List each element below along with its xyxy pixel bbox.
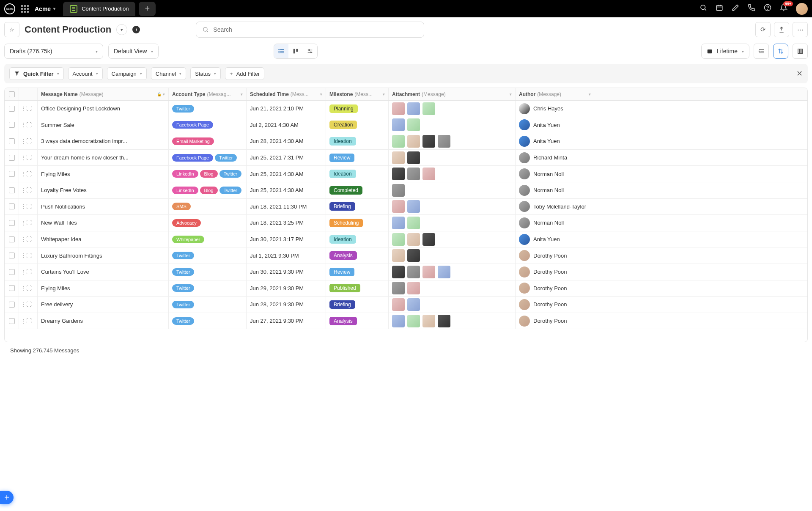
row-checkbox[interactable] [9,318,15,324]
attachment-thumb[interactable] [407,282,420,294]
attachment-thumb[interactable] [407,118,420,131]
expand-icon[interactable]: ⛶ [26,187,32,193]
title-dropdown[interactable]: ▾ [116,24,127,35]
message-name[interactable]: New Wall Tiles [41,220,77,226]
milestone-badge[interactable]: Analysis [329,251,357,260]
expand-icon[interactable]: ⛶ [26,122,32,128]
expand-icon[interactable]: ⛶ [26,236,32,242]
attachment-thumb[interactable] [438,266,450,278]
attachment-thumb[interactable] [407,168,420,180]
attachment-thumb[interactable] [407,266,420,278]
row-checkbox[interactable] [9,203,15,209]
search-icon[interactable] [700,4,707,14]
message-name[interactable]: Flying Miles [41,285,70,291]
favorite-button[interactable]: ☆ [4,22,19,37]
milestone-badge[interactable]: Review [329,268,354,276]
sort-button[interactable] [773,44,788,59]
row-menu-button[interactable]: ⋮ [20,105,26,112]
filter-channel[interactable]: Channel▾ [151,67,186,80]
attachment-thumb[interactable] [407,315,420,327]
search-input[interactable] [213,26,418,33]
author-cell[interactable]: Toby Mclelland-Taylor [519,201,586,212]
org-logo[interactable]: ACME [4,3,15,14]
refresh-button[interactable]: ⟳ [755,22,771,37]
calendar-icon[interactable] [716,4,723,14]
more-button[interactable]: ⋯ [793,22,808,37]
row-checkbox[interactable] [9,106,15,112]
milestone-badge[interactable]: Planning [329,104,358,113]
user-avatar[interactable] [796,3,808,15]
row-checkbox[interactable] [9,253,15,258]
row-menu-button[interactable]: ⋮ [20,269,26,275]
attachment-thumb[interactable] [392,135,405,148]
milestone-badge[interactable]: Review [329,154,354,162]
row-checkbox[interactable] [9,220,15,226]
pencil-icon[interactable] [732,4,739,14]
attachment-thumb[interactable] [422,168,435,180]
add-filter-button[interactable]: +Add Filter [225,67,264,80]
attachment-thumb[interactable] [392,249,405,262]
row-checkbox[interactable] [9,138,15,144]
row-menu-button[interactable]: ⋮ [20,138,26,145]
row-menu-button[interactable]: ⋮ [20,154,26,161]
author-cell[interactable]: Anita Yuen [519,119,560,130]
expand-icon[interactable]: ⛶ [26,318,32,324]
milestone-badge[interactable]: Ideation [329,170,356,178]
row-menu-button[interactable]: ⋮ [20,301,26,308]
apps-grid-icon[interactable] [21,5,29,13]
author-cell[interactable]: Chris Hayes [519,103,563,114]
list-view-button[interactable] [274,44,288,58]
table-body[interactable]: ⋮⛶Office Designing Post LockdownTwitterJ… [5,101,807,342]
attachment-thumb[interactable] [392,233,405,246]
row-menu-button[interactable]: ⋮ [20,318,26,324]
milestone-badge[interactable]: Ideation [329,235,356,244]
attachment-thumb[interactable] [392,151,405,164]
attachment-thumb[interactable] [392,266,405,278]
row-menu-button[interactable]: ⋮ [20,170,26,177]
row-checkbox[interactable] [9,122,15,128]
indent-button[interactable] [754,44,769,59]
attachment-thumb[interactable] [392,298,405,311]
author-cell[interactable]: Dorothy Poon [519,316,567,327]
attachment-thumb[interactable] [422,233,435,246]
author-cell[interactable]: Dorothy Poon [519,266,567,277]
expand-icon[interactable]: ⛶ [26,203,32,210]
filter-status[interactable]: Status▾ [190,67,221,80]
row-checkbox[interactable] [9,302,15,308]
tab-content-production[interactable]: Content Production [63,2,135,16]
row-menu-button[interactable]: ⋮ [20,121,26,128]
attachment-thumb[interactable] [422,135,435,148]
milestone-badge[interactable]: Ideation [329,137,356,146]
attachment-thumb[interactable] [392,168,405,180]
author-cell[interactable]: Norman Noll [519,168,564,179]
search-field[interactable] [196,22,424,38]
attachment-thumb[interactable] [422,266,435,278]
attachment-thumb[interactable] [407,151,420,164]
columns-button[interactable] [793,44,808,59]
view-dropdown[interactable]: Default View▾ [108,44,159,59]
notifications-icon[interactable]: 99+ [780,4,787,14]
expand-icon[interactable]: ⛶ [26,285,32,291]
message-name[interactable]: Push Notifications [41,203,85,210]
message-name[interactable]: Loyalty Free Votes [41,187,87,193]
row-checkbox[interactable] [9,171,15,177]
expand-icon[interactable]: ⛶ [26,105,32,112]
author-cell[interactable]: Anita Yuen [519,136,560,147]
expand-icon[interactable]: ⛶ [26,220,32,226]
attachment-thumb[interactable] [392,217,405,229]
author-cell[interactable]: Norman Noll [519,217,564,228]
attachment-thumb[interactable] [407,135,420,148]
row-checkbox[interactable] [9,187,15,193]
col-author[interactable]: Author(Message)▾ [516,88,594,100]
new-tab-button[interactable]: + [139,2,156,16]
message-name[interactable]: Whitepaper Idea [41,236,81,242]
quick-filter-button[interactable]: Quick Filter▾ [9,67,64,80]
select-all-checkbox[interactable] [9,91,15,97]
expand-icon[interactable]: ⛶ [26,301,32,308]
milestone-badge[interactable]: Briefing [329,300,355,309]
message-name[interactable]: Luxury Bathroom Fittings [41,253,102,259]
attachment-thumb[interactable] [407,249,420,262]
milestone-badge[interactable]: Creation [329,121,357,129]
expand-icon[interactable]: ⛶ [26,269,32,275]
message-name[interactable]: 3 ways data democratization impr... [41,138,127,144]
